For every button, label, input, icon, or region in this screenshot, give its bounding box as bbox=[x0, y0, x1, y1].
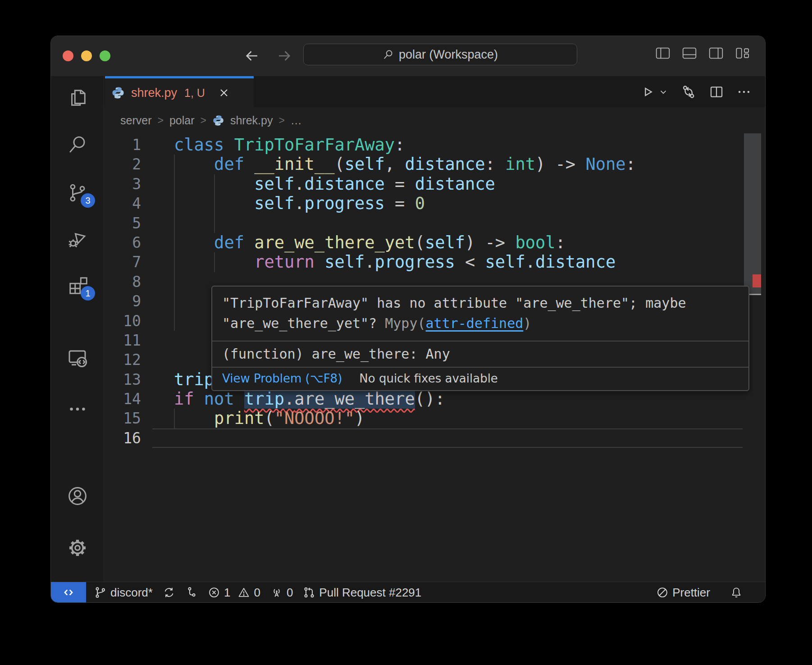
toggle-secondary-sidebar-icon[interactable] bbox=[709, 47, 723, 59]
tab-label: shrek.py bbox=[131, 86, 177, 100]
code-token: return bbox=[254, 252, 315, 272]
branch-label: discord* bbox=[110, 586, 153, 600]
minimize-window-button[interactable] bbox=[81, 50, 92, 61]
remote-explorer-icon[interactable] bbox=[51, 338, 104, 377]
breadcrumb-server[interactable]: server bbox=[120, 114, 151, 127]
zoom-window-button[interactable] bbox=[100, 50, 110, 61]
prettier-item[interactable]: Prettier bbox=[656, 586, 710, 600]
error-icon bbox=[208, 586, 220, 599]
code-token: __init__ bbox=[254, 155, 334, 174]
indent-guide bbox=[214, 252, 215, 272]
tab-problem-badge: 1, U bbox=[184, 87, 205, 100]
code-line-6[interactable]: def are_we_there_yet(self) -> bool: bbox=[152, 233, 743, 252]
code-token: "NOOOO!" bbox=[274, 409, 355, 428]
code-token bbox=[174, 409, 214, 428]
error-squiggle-span[interactable]: trip.are_we_there bbox=[244, 389, 415, 409]
commit-graph-icon[interactable] bbox=[185, 586, 198, 599]
code-token: self bbox=[345, 155, 385, 174]
run-python-file-button[interactable] bbox=[640, 85, 668, 99]
status-bar: discord* 1 0 0 Pull Request #2291 bbox=[51, 582, 765, 602]
search-label: polar (Workspace) bbox=[399, 48, 498, 62]
split-editor-icon[interactable] bbox=[709, 84, 724, 100]
pull-request-label: Pull Request #2291 bbox=[319, 586, 421, 600]
code-line-4[interactable]: self.progress = 0 bbox=[152, 194, 743, 213]
code-token: ( bbox=[415, 233, 425, 252]
indent-guide bbox=[174, 252, 175, 272]
python-file-icon bbox=[212, 114, 224, 127]
code-token: -> bbox=[485, 233, 515, 252]
code-line-7[interactable]: return self.progress < self.distance bbox=[152, 252, 743, 272]
indent-guide bbox=[174, 292, 175, 311]
line-number: 4 bbox=[104, 194, 141, 213]
scrollbar-error-marker bbox=[753, 274, 761, 287]
back-arrow-icon[interactable] bbox=[244, 48, 260, 64]
forward-arrow-icon[interactable] bbox=[276, 48, 292, 64]
sync-icon[interactable] bbox=[163, 586, 175, 599]
attr-defined-link[interactable]: attr-defined bbox=[426, 315, 524, 331]
source-control-icon[interactable]: 3 bbox=[51, 173, 104, 212]
explorer-icon[interactable] bbox=[51, 78, 104, 117]
remote-indicator[interactable] bbox=[51, 582, 86, 603]
run-debug-icon[interactable] bbox=[51, 220, 104, 259]
more-views-icon[interactable] bbox=[51, 390, 104, 428]
code-token: , bbox=[385, 155, 405, 174]
code-token: ) bbox=[355, 409, 365, 428]
account-icon[interactable] bbox=[51, 477, 104, 515]
code-line-14[interactable]: if not trip.are_we_there(): bbox=[152, 389, 743, 409]
problems-item[interactable]: 1 0 bbox=[208, 586, 260, 600]
line-number: 12 bbox=[104, 350, 141, 369]
view-problem-link[interactable]: View Problem (⌥F8) bbox=[222, 372, 342, 385]
code-line-5[interactable] bbox=[152, 214, 743, 233]
indent-guide bbox=[214, 194, 215, 213]
breadcrumb-file[interactable]: shrek.py bbox=[230, 114, 273, 127]
code-token: ( bbox=[265, 409, 274, 428]
code-token: < bbox=[455, 252, 485, 272]
toggle-panel-icon[interactable] bbox=[682, 47, 697, 59]
remote-icon bbox=[62, 586, 75, 599]
code-line-15[interactable]: print("NOOOO!") bbox=[152, 409, 743, 428]
git-branch-item[interactable]: discord* bbox=[94, 586, 153, 600]
warning-icon bbox=[237, 586, 250, 599]
editor[interactable]: 12345678910111213141516 class TripToFarF… bbox=[104, 133, 765, 582]
code-token: None bbox=[585, 155, 625, 174]
code-token: class bbox=[174, 135, 224, 155]
chevron-down-icon bbox=[658, 87, 668, 97]
code-token: -> bbox=[556, 155, 586, 174]
code-token: int bbox=[505, 155, 535, 174]
line-number-gutter: 12345678910111213141516 bbox=[104, 135, 141, 448]
notifications-bell-icon[interactable] bbox=[730, 586, 743, 599]
line-number: 8 bbox=[104, 272, 141, 292]
code-token: ) bbox=[535, 155, 556, 174]
line-number: 3 bbox=[104, 174, 141, 194]
more-actions-icon[interactable] bbox=[736, 84, 752, 100]
code-token: : bbox=[556, 233, 566, 252]
toggle-primary-sidebar-icon[interactable] bbox=[656, 47, 670, 59]
line-number: 11 bbox=[104, 331, 141, 350]
command-center-search[interactable]: polar (Workspace) bbox=[303, 44, 577, 65]
scrollbar-thumb[interactable] bbox=[744, 133, 761, 295]
radio-tower-icon bbox=[270, 586, 283, 599]
code-line-2[interactable]: def __init__(self, distance: int) -> Non… bbox=[152, 155, 743, 174]
open-changes-icon[interactable] bbox=[680, 84, 697, 100]
breadcrumb-polar[interactable]: polar bbox=[169, 114, 195, 127]
extensions-icon[interactable]: 1 bbox=[51, 266, 104, 305]
pull-request-item[interactable]: Pull Request #2291 bbox=[303, 586, 421, 600]
code-line-1[interactable]: class TripToFarFarAway: bbox=[152, 135, 743, 155]
ports-item[interactable]: 0 bbox=[270, 586, 293, 600]
code-token bbox=[224, 135, 234, 155]
code-token: are_we_there bbox=[294, 389, 415, 409]
indent-guide bbox=[174, 155, 175, 174]
diagnostic-message: "TripToFarFarAway" has no attribute "are… bbox=[212, 287, 748, 341]
customize-layout-icon[interactable] bbox=[735, 47, 750, 59]
code-line-16[interactable] bbox=[152, 428, 743, 448]
tab-close-icon[interactable] bbox=[218, 87, 230, 99]
settings-gear-icon[interactable] bbox=[51, 528, 104, 567]
tab-shrek-py[interactable]: shrek.py 1, U bbox=[105, 76, 254, 107]
slash-circle-icon bbox=[656, 586, 669, 599]
close-window-button[interactable] bbox=[63, 50, 73, 61]
code-line-3[interactable]: self.distance = distance bbox=[152, 174, 743, 194]
search-view-icon[interactable] bbox=[51, 125, 104, 164]
code-token: distance bbox=[535, 252, 616, 272]
code-token: 0 bbox=[415, 194, 425, 213]
breadcrumb-symbol[interactable]: … bbox=[291, 114, 302, 127]
